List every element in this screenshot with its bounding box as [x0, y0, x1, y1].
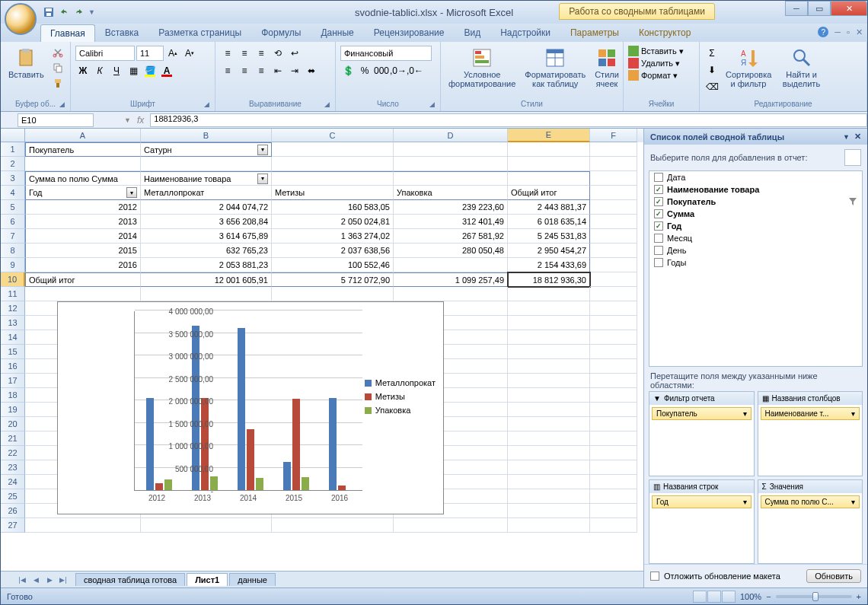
col-header-B[interactable]: B	[141, 129, 272, 142]
align-bottom-button[interactable]: ≡	[254, 46, 269, 61]
autosum-button[interactable]: Σ	[704, 46, 720, 61]
prev-sheet-button[interactable]: ◀	[30, 574, 42, 586]
align-center-button[interactable]: ≡	[237, 63, 252, 78]
tab-addins[interactable]: Надстройки	[490, 24, 560, 42]
qat-dropdown-icon[interactable]: ▼	[88, 8, 95, 16]
align-top-button[interactable]: ≡	[220, 46, 235, 61]
save-icon[interactable]	[43, 6, 55, 18]
wrap-text-button[interactable]: ↩	[287, 46, 302, 61]
fx-icon[interactable]: fx	[137, 115, 144, 126]
clipboard-launcher-icon[interactable]: ◢	[59, 100, 69, 110]
underline-button[interactable]: Ч	[109, 63, 124, 78]
cell[interactable]: Покупатель	[25, 142, 141, 157]
orientation-button[interactable]: ⟲	[270, 46, 286, 61]
redo-icon[interactable]	[73, 6, 85, 18]
undo-icon[interactable]	[58, 6, 70, 18]
close-button[interactable]: ✕	[831, 1, 867, 16]
selected-cell[interactable]: 18 812 936,30	[508, 272, 590, 287]
cell[interactable]: Сатурн▾	[141, 142, 272, 157]
zoom-out-button[interactable]: −	[766, 592, 771, 601]
italic-button[interactable]: К	[92, 63, 107, 78]
row-header[interactable]: 1	[1, 142, 25, 157]
page-break-view-button[interactable]	[722, 591, 736, 603]
align-left-button[interactable]: ≡	[220, 63, 235, 78]
font-launcher-icon[interactable]: ◢	[204, 100, 213, 110]
comma-button[interactable]: 000	[374, 63, 389, 78]
field-checkbox[interactable]	[654, 234, 663, 243]
paste-button[interactable]: Вставить	[5, 46, 47, 81]
layout-options-button[interactable]	[844, 149, 861, 166]
field-checkbox[interactable]	[654, 173, 663, 182]
field-checkbox[interactable]	[654, 258, 663, 267]
formula-input[interactable]: 18812936,3	[150, 113, 867, 127]
font-size-combo[interactable]: 11	[136, 46, 164, 61]
sheet-tab[interactable]: данные	[229, 573, 276, 586]
field-item[interactable]: ✓Наименование товара	[649, 183, 862, 196]
format-cells-button[interactable]: Формат ▾	[628, 70, 684, 81]
copy-button[interactable]	[50, 61, 65, 75]
field-checkbox[interactable]: ✓	[654, 209, 663, 218]
font-name-combo[interactable]: Calibri	[75, 46, 135, 61]
field-item[interactable]: День	[649, 244, 862, 256]
shrink-font-button[interactable]: A▾	[182, 46, 197, 61]
field-checkbox[interactable]: ✓	[654, 197, 663, 206]
next-sheet-button[interactable]: ▶	[43, 574, 56, 586]
pane-dropdown-icon[interactable]: ▼	[843, 133, 850, 141]
tab-page-layout[interactable]: Разметка страницы	[148, 24, 251, 42]
tab-insert[interactable]: Вставка	[95, 24, 149, 42]
merge-button[interactable]: ⬌	[304, 63, 319, 78]
field-item[interactable]: ✓Сумма	[649, 208, 862, 220]
zone-item[interactable]: Наименование т...▾	[761, 407, 860, 420]
filter-dropdown-icon[interactable]: ▾	[126, 187, 137, 198]
cut-button[interactable]	[50, 46, 65, 59]
format-as-table-button[interactable]: Форматировать как таблицу	[522, 46, 589, 90]
zone-item[interactable]: Год▾	[652, 495, 752, 508]
restore-workbook-icon[interactable]: ▫	[847, 27, 850, 37]
filter-zone[interactable]: ▼Фильтр отчета Покупатель▾	[649, 391, 755, 476]
tab-home[interactable]: Главная	[40, 24, 95, 42]
help-icon[interactable]: ?	[818, 27, 828, 37]
fill-color-button[interactable]: 🪣	[142, 63, 158, 78]
decrease-decimal-button[interactable]: ,0←	[407, 63, 423, 78]
normal-view-button[interactable]	[693, 591, 707, 603]
align-middle-button[interactable]: ≡	[237, 46, 252, 61]
tab-view[interactable]: Вид	[454, 24, 490, 42]
decrease-indent-button[interactable]: ⇤	[270, 63, 286, 78]
percent-button[interactable]: %	[357, 63, 372, 78]
col-header-E[interactable]: E	[508, 129, 590, 142]
clear-button[interactable]: ⌫	[704, 79, 720, 94]
last-sheet-button[interactable]: ▶|	[57, 574, 69, 586]
close-pane-icon[interactable]: ✕	[854, 132, 861, 142]
col-header-F[interactable]: F	[590, 129, 637, 142]
increase-decimal-button[interactable]: ,0→	[391, 63, 406, 78]
field-checkbox[interactable]: ✓	[654, 221, 663, 231]
tab-review[interactable]: Рецензирование	[364, 24, 455, 42]
zone-item[interactable]: Сумма по полю С...▾	[761, 495, 860, 508]
minimize-button[interactable]: ─	[785, 1, 808, 16]
field-item[interactable]: Дата	[649, 171, 862, 183]
number-launcher-icon[interactable]: ◢	[429, 100, 439, 110]
first-sheet-button[interactable]: |◀	[16, 574, 28, 586]
tab-options[interactable]: Параметры	[560, 24, 629, 42]
zoom-level[interactable]: 100%	[740, 592, 761, 601]
accounting-format-button[interactable]: 💲	[340, 63, 356, 78]
insert-cells-button[interactable]: Вставить ▾	[628, 46, 684, 56]
field-checkbox[interactable]: ✓	[654, 185, 663, 194]
tab-data[interactable]: Данные	[311, 24, 363, 42]
embedded-chart[interactable]: МеталлопрокатМетизыУпаковка -500 000,001…	[57, 301, 444, 514]
col-header-C[interactable]: C	[272, 129, 394, 142]
tab-design[interactable]: Конструктор	[629, 24, 700, 42]
bold-button[interactable]: Ж	[75, 63, 91, 78]
maximize-button[interactable]: ▭	[808, 1, 831, 16]
values-zone[interactable]: ΣЗначения Сумма по полю С...▾	[758, 479, 863, 565]
find-select-button[interactable]: Найти и выделить	[777, 46, 825, 90]
grow-font-button[interactable]: A▴	[165, 46, 180, 61]
field-item[interactable]: Месяц	[649, 232, 862, 244]
tab-formulas[interactable]: Формулы	[251, 24, 311, 42]
number-format-combo[interactable]: Финансовый	[340, 46, 432, 61]
delete-cells-button[interactable]: Удалить ▾	[628, 58, 684, 68]
field-item[interactable]: Годы	[649, 256, 862, 269]
col-header-D[interactable]: D	[394, 129, 508, 142]
field-list[interactable]: Дата✓Наименование товара✓Покупатель✓Сумм…	[649, 170, 863, 367]
border-button[interactable]: ▦	[126, 63, 141, 78]
